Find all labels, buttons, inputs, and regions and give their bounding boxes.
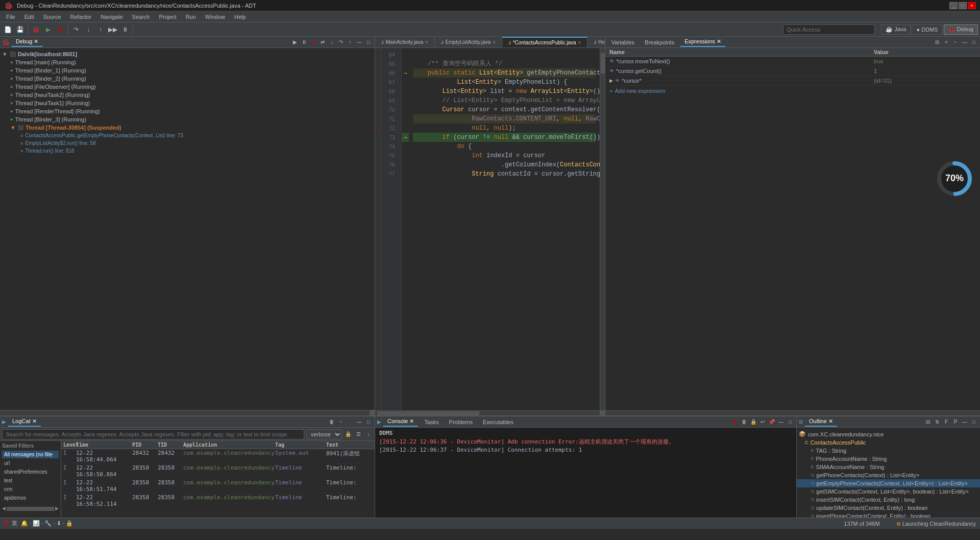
resume[interactable]: ▶▶ xyxy=(107,24,118,35)
quick-access-input[interactable] xyxy=(783,24,875,35)
thread-binder2[interactable]: ● Thread [Binder_2] (Running) xyxy=(0,75,375,83)
outline-method-getsim[interactable]: S getSIMContacts(Context, List<Entity>, … xyxy=(797,487,980,496)
console-scroll-lock[interactable]: 🔒 xyxy=(749,418,757,426)
menu-search[interactable]: Search xyxy=(128,13,154,21)
log-row-2[interactable]: I 12-22 16:58:50.864 28358 28358 com.exa… xyxy=(61,464,375,479)
stop-button[interactable]: ■ xyxy=(55,24,66,35)
tab-breakpoints[interactable]: Breakpoints xyxy=(641,38,678,46)
logcat-add-filter[interactable]: + xyxy=(337,418,345,426)
logcat-export[interactable]: ↓ xyxy=(364,430,373,438)
logcat-clear[interactable]: 🗑 xyxy=(328,418,336,426)
logcat-remove-filter[interactable]: − xyxy=(346,418,354,426)
step-over[interactable]: ↷ xyxy=(70,24,82,35)
close-tab-mainactivity[interactable]: × xyxy=(425,39,428,45)
vars-minimize[interactable]: — xyxy=(961,38,969,46)
watch-row-3[interactable]: ▶ 👁 *cursor* (id=31) xyxy=(605,76,980,86)
new-button[interactable]: 📄 xyxy=(2,24,13,35)
tab-executables[interactable]: Executables xyxy=(479,418,518,426)
menu-navigate[interactable]: Navigate xyxy=(96,13,127,21)
close-button[interactable]: × xyxy=(968,2,976,9)
maximize-button[interactable]: □ xyxy=(959,2,967,9)
console-maximize[interactable]: □ xyxy=(786,418,794,426)
java-perspective[interactable]: ☕ Java xyxy=(881,24,911,35)
vars-add-watch[interactable]: + xyxy=(942,38,950,46)
watch-row-1[interactable]: 👁 *cursor.moveToNext() true xyxy=(605,57,980,66)
add-expression[interactable]: + Add new expression xyxy=(605,86,980,96)
log-row-3[interactable]: I 12-22 16:58:51.744 28358 28358 com.exa… xyxy=(61,479,375,494)
thread-hwuitask1[interactable]: ● Thread [hwuiTask1] (Running) xyxy=(0,99,375,107)
run-button[interactable]: ▶ xyxy=(42,24,54,35)
menu-refactor[interactable]: Refactor xyxy=(66,13,96,21)
logcat-level-select[interactable]: verbose debug info warn error xyxy=(306,429,342,439)
log-row-1[interactable]: I 12-22 16:58:44.064 28432 28432 com.exa… xyxy=(61,449,375,464)
expand-icon-3[interactable]: ▶ xyxy=(609,78,613,83)
menu-run[interactable]: Run xyxy=(182,13,200,21)
outline-method-insertsim[interactable]: S insertSIMContact(Context, Entity) : lo… xyxy=(797,496,980,504)
frame-contacts[interactable]: ≡ ContactsAccessPublic.getEmptyPhoneCont… xyxy=(0,132,375,139)
debug-button[interactable]: 🐞 xyxy=(30,24,41,35)
filter-all[interactable]: All messages (no filte xyxy=(2,451,59,458)
menu-project[interactable]: Project xyxy=(155,13,180,21)
tab-emptylist[interactable]: J EmptyListActity.java × xyxy=(435,37,502,47)
outline-field-tag[interactable]: F TAG : String xyxy=(797,447,980,455)
tab-tasks[interactable]: Tasks xyxy=(420,418,443,426)
stepover-btn[interactable]: ↷ xyxy=(337,38,345,46)
tab-contactsaccess[interactable]: J *ContactsAccessPublic.java × xyxy=(502,37,587,47)
tab-variables[interactable]: Variables xyxy=(607,38,639,46)
outline-hide-fields[interactable]: F xyxy=(942,418,950,426)
outline-maximize[interactable]: □ xyxy=(970,418,978,426)
vars-collapse-all[interactable]: ⊟ xyxy=(933,38,941,46)
logcat-view-toggle[interactable]: ☰ xyxy=(354,430,362,438)
outline-tab[interactable]: Outline ✕ xyxy=(805,417,837,427)
outline-class[interactable]: C ContactsAccessPublic xyxy=(797,438,980,447)
logcat-tab[interactable]: LogCat ✕ xyxy=(8,417,41,427)
step-into[interactable]: ↓ xyxy=(83,24,94,35)
outline-minimize[interactable]: — xyxy=(961,418,969,426)
menu-source[interactable]: Source xyxy=(39,13,65,21)
thread-dalvik[interactable]: ▼ ⬛ Dalvik[localhost:8601] xyxy=(0,50,375,58)
thread-binder1[interactable]: ● Thread [Binder_1] (Running) xyxy=(0,66,375,75)
logcat-maximize[interactable]: □ xyxy=(364,418,373,426)
tab-expressions[interactable]: Expressions ✕ xyxy=(680,37,725,47)
editor-vscrollbar[interactable] xyxy=(600,48,605,410)
resume-btn[interactable]: ▶ xyxy=(291,38,299,46)
thread-fileobserver[interactable]: ● Thread [FileObserver] (Running) xyxy=(0,83,375,91)
frame-threadrun[interactable]: ≡ Thread.run() line: 818 xyxy=(0,147,375,155)
console-word-wrap[interactable]: ↩ xyxy=(758,418,767,426)
logcat-search[interactable] xyxy=(2,429,304,439)
close-tab-emptylist[interactable]: × xyxy=(493,39,496,45)
close-tab-contacts[interactable]: × xyxy=(578,40,581,45)
suspend-btn[interactable]: ⏸ xyxy=(300,38,308,46)
tab-homecontact[interactable]: J HomeContactActivity.java × xyxy=(587,37,605,47)
filter-test[interactable]: test xyxy=(2,477,59,484)
thread-binder3[interactable]: ● Thread [Binder_3] (Running) xyxy=(0,115,375,124)
suspend[interactable]: ⏸ xyxy=(119,24,131,35)
outline-method-insertphone[interactable]: S insertPhoneContact(Context, Entity) : … xyxy=(797,512,980,518)
menu-window[interactable]: Window xyxy=(201,13,229,21)
watch-row-2[interactable]: 👁 *cursor.getCount() 1 xyxy=(605,66,980,76)
log-row-4[interactable]: I 12-22 16:58:52.114 28358 28358 com.exa… xyxy=(61,494,375,508)
filter-crm[interactable]: crm xyxy=(2,485,59,493)
code-content[interactable]: /** 查询空号码联系人 */ public static List<Entit… xyxy=(409,48,600,410)
step-out[interactable]: ↑ xyxy=(95,24,106,35)
outline-package[interactable]: 📦 com.XC.cleanredundancy.nice xyxy=(797,430,980,438)
outline-collapse[interactable]: ⊟ xyxy=(924,418,932,426)
filter-url[interactable]: url xyxy=(2,459,59,467)
terminate-btn[interactable]: ■ xyxy=(309,38,317,46)
minimize-button[interactable]: _ xyxy=(949,2,958,9)
filter-apidemos[interactable]: apidemos xyxy=(2,494,59,502)
console-minimize[interactable]: — xyxy=(777,418,785,426)
thread-hwitask2[interactable]: ● Thread [hwuiTask2] (Running) xyxy=(0,91,375,99)
menu-help[interactable]: Help xyxy=(230,13,250,21)
vars-remove[interactable]: − xyxy=(951,38,960,46)
editor-hscrollbar[interactable] xyxy=(375,410,605,415)
tab-console[interactable]: Console ✕ xyxy=(383,417,418,427)
disconnect-btn[interactable]: ⇌ xyxy=(318,38,327,46)
outline-sort[interactable]: ⇅ xyxy=(933,418,941,426)
outline-method-getempty[interactable]: S getEmptyPhoneContacts(Context, List<En… xyxy=(797,479,980,487)
console-pin[interactable]: 📌 xyxy=(768,418,776,426)
outline-field-phone[interactable]: F PhoneAccountName : String xyxy=(797,455,980,463)
ddms-perspective[interactable]: ● DDMS xyxy=(912,24,942,35)
stepout-btn[interactable]: ↑ xyxy=(346,38,354,46)
logcat-scroll-lock[interactable]: 🔒 xyxy=(344,430,352,438)
